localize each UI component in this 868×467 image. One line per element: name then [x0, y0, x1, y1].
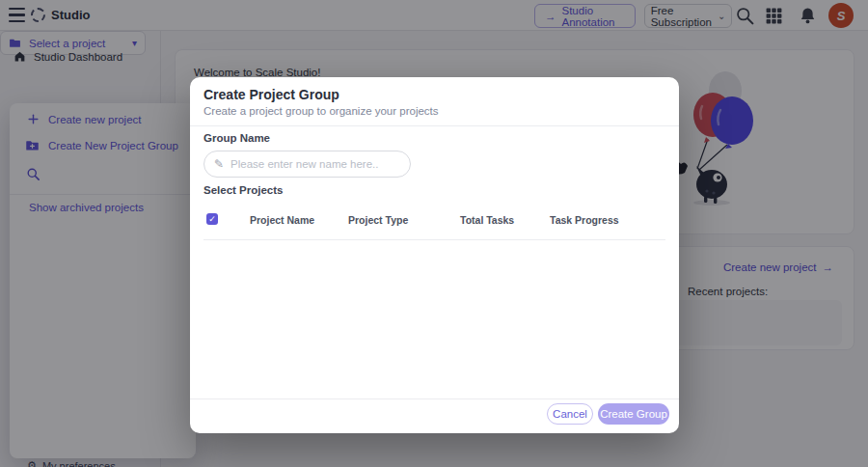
group-name-input[interactable] [231, 158, 400, 170]
column-header-project-name: Project Name [250, 214, 314, 226]
table-header-divider [203, 239, 665, 240]
pencil-icon: ✎ [214, 158, 224, 170]
modal-title: Create Project Group [203, 87, 339, 102]
cancel-button[interactable]: Cancel [547, 403, 593, 425]
check-icon: ✓ [208, 214, 216, 224]
column-header-project-type: Project Type [348, 214, 408, 226]
create-group-button[interactable]: Create Group [598, 403, 669, 425]
select-projects-label: Select Projects [203, 184, 283, 196]
column-header-total-tasks: Total Tasks [460, 214, 514, 226]
modal-subtitle: Create a project group to organize your … [203, 105, 439, 117]
select-all-checkbox[interactable]: ✓ [206, 213, 218, 225]
app-screen: Studio → Studio Annotation Free Subscrip… [0, 0, 868, 467]
group-name-label: Group Name [203, 132, 270, 144]
create-project-group-modal: Create Project Group Create a project gr… [190, 77, 679, 433]
modal-header-divider [190, 125, 679, 126]
modal-footer-divider [190, 398, 679, 399]
column-header-task-progress: Task Progress [550, 214, 619, 226]
group-name-field: ✎ [203, 151, 411, 178]
